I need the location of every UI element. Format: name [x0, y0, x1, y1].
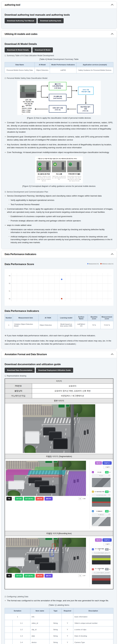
caret-right-icon[interactable]: ›	[88, 562, 88, 564]
download-utilization-guide-button[interactable]: Download Deployment Utilization Guide	[36, 368, 73, 373]
page-input[interactable]: 11	[78, 574, 82, 577]
trash-icon[interactable]: 🗑	[109, 549, 110, 550]
configuring-labeling-subheading: 2. Configuring Labeling Data	[4, 596, 114, 598]
label-name: 21_4_오토바이탑승자	[94, 568, 104, 570]
trash-icon[interactable]: 🗑	[109, 491, 110, 492]
indicator-row[interactable]: 1 Violation Object Detection Model Objec…	[5, 321, 114, 329]
bounding-box-red[interactable]	[52, 544, 56, 550]
label-class-input[interactable]: 21_5_오토바이탑승차_정지선	[92, 552, 110, 554]
figure2-caption: [Figure 2] How to apply the classificati…	[4, 117, 114, 119]
label-paste-button[interactable]: 라벨 붙여넣기	[102, 461, 112, 465]
bullet-development-goal: Development goal: Development of AI appl…	[5, 135, 114, 142]
col-data-name: Data Name	[5, 62, 35, 67]
save-button[interactable]: 저장	[6, 574, 12, 578]
score-title: Data Performance Score	[4, 263, 34, 266]
label-status-chip[interactable]: 요청	[105, 510, 108, 512]
authoring-tool-title: authoring tool	[4, 4, 20, 6]
chevron-up-icon[interactable]	[111, 33, 114, 36]
performance-title: Data Performance Indicators	[4, 253, 36, 256]
y-axis-tick: 70	[9, 298, 10, 300]
annotation-header[interactable]: Annotation Format and Data Structure	[1, 351, 117, 358]
review-request-button[interactable]: 검수 요청	[15, 497, 23, 500]
label-class-input[interactable]: 12_자전거도로_적색	[92, 494, 110, 497]
label-thumbnail	[92, 478, 110, 487]
car	[40, 562, 56, 570]
ai-models-header[interactable]: Utilizing AI models and codes	[1, 30, 117, 38]
label-thumbnail	[92, 498, 110, 507]
annotation-title: Annotation Format and Data Structure	[4, 353, 47, 356]
plan-sub-bullet: Establishment of a business cooperation …	[9, 215, 114, 218]
label-status-chip[interactable]: 대기	[105, 568, 108, 570]
add-label-button[interactable]: + 라벨추가	[104, 466, 112, 469]
stop-line	[27, 552, 64, 553]
label-class-input[interactable]: 21_4_오토바이탑승차_신호위반	[92, 571, 110, 574]
authoring-tool-card: authoring tool Download authoring tool m…	[1, 1, 117, 29]
trash-icon[interactable]: 🗑	[109, 568, 110, 570]
label-class-input[interactable]: 02_횡단보도	[92, 513, 110, 516]
caret-right-icon[interactable]: ›	[88, 494, 88, 496]
chevron-up-icon[interactable]	[111, 4, 114, 6]
performance-header[interactable]: Data Performance Indicators	[1, 251, 117, 258]
classification-model-subheading: 2. Personal Mobile Safety Data Classific…	[4, 77, 114, 79]
figure3-column-desc: 위급상황 다수 발생하는 지역 (급커브, 내리막길, 안전 사각지대) 에 진…	[37, 176, 51, 182]
y-axis-tick: 73	[9, 275, 10, 276]
figure3-column: 📷 카메라/레이더 활용 킥보드에 장착된 카메라 또는 레이더가 전방 보행자…	[67, 160, 81, 182]
label-status-chip[interactable]: 대기	[105, 548, 108, 550]
road-sign	[45, 538, 52, 540]
label-paste-button[interactable]: 라벨 붙여넣기	[102, 538, 112, 542]
trash-icon[interactable]: 🗑	[109, 510, 110, 512]
label-status-chip[interactable]: 요청	[105, 471, 108, 474]
figure2-helmet-box: 안전모 탐지 모델 (Yolo v5)	[49, 105, 66, 112]
download-authoring-tools-button[interactable]: Download authoring tools	[38, 18, 64, 23]
bbox-labeling-tool: 저장 ⓘ 검수 요청 검수 요청 취소 전체 삭제 불량 처리 11 / 247	[5, 536, 113, 589]
download-data-documentation-button[interactable]: Download Data Documentation	[4, 368, 35, 373]
pedestrian	[77, 556, 79, 559]
label-thumbnail	[92, 575, 110, 584]
figure3-column-label: 카메라/레이더 활용	[67, 173, 81, 175]
representative-drawing-table: 이미지 PM분류 오토바이 불량상태 오토바이 정지선 위반, 오토바이 신호 …	[4, 378, 114, 589]
road-sign	[45, 461, 52, 463]
label-status-chip[interactable]: 요청	[105, 490, 108, 493]
indicators-title: Data Performance Indicators	[4, 310, 114, 312]
label-item[interactable]: ▣ 21_4_오토바이탑승자 대기 🗑 21_4_오토바이탑승차_신호위반	[91, 567, 112, 585]
download-ai-model-details-button[interactable]: Download AI Model Details	[4, 47, 31, 52]
page-input[interactable]: 11	[78, 497, 82, 500]
delete-all-button[interactable]: 전체 삭제	[36, 497, 44, 500]
page-indicator: 11 / 248	[78, 497, 86, 500]
download-authoring-manual-button[interactable]: Download Authoring Tool Manual	[4, 18, 36, 23]
label-class-input[interactable]: 03_인도	[92, 474, 110, 477]
label-copy-button[interactable]: 라벨 복사	[95, 461, 102, 465]
car	[53, 438, 68, 449]
page-indicator: 11 / 247	[78, 574, 86, 577]
authoring-download-heading: Download authoring tool manuals and auth…	[4, 14, 114, 16]
buildings	[6, 461, 27, 468]
road-sign	[66, 404, 70, 407]
download-ai-model-button[interactable]: Download AI Model	[32, 47, 53, 52]
service-icon: 💡	[38, 167, 42, 170]
delete-all-button[interactable]: 전체 삭제	[36, 574, 44, 578]
review-request-button[interactable]: 검수 요청	[15, 574, 23, 578]
bounding-box-blue[interactable]	[50, 550, 54, 556]
chevron-up-icon[interactable]	[111, 254, 114, 256]
buildings	[42, 406, 53, 415]
save-button[interactable]: 저장	[6, 497, 12, 500]
ai-model-details-heading: Download AI Model Details	[4, 42, 114, 46]
label-item[interactable]: ▣ 04_인도 요청 🗑 03_인도	[91, 470, 112, 488]
review-request-cancel-button[interactable]: 검수 요청 취소	[24, 497, 34, 500]
trash-icon[interactable]: 🗑	[109, 472, 110, 473]
add-label-button[interactable]: + 라벨추가	[104, 542, 112, 546]
note-evaluation-index: ※ Depending on the AI model evaluation i…	[4, 339, 114, 346]
performance-card: Data Performance Indicators Data Perform…	[1, 250, 117, 349]
label-item[interactable]: ▣ 21_5_오토바이탑승자 대기 🗑 21_5_오토바이탑승차_정지선	[91, 547, 112, 566]
car	[40, 485, 56, 493]
label-item[interactable]: ▣ 12_자전거도로_적색 요청 🗑 12_자전거도로_적색	[91, 490, 112, 508]
defect-process-button[interactable]: 불량 처리	[44, 497, 52, 500]
authoring-tool-header[interactable]: authoring tool	[1, 1, 117, 8]
plan-bullets: Service Development Planning: Identifyin…	[5, 194, 114, 244]
review-request-cancel-button[interactable]: 검수 요청 취소	[24, 574, 34, 578]
labeling-table-row: 1infobasic information	[5, 614, 114, 620]
defect-process-button[interactable]: 불량 처리	[44, 574, 52, 578]
label-item[interactable]: ▣ 02_횡단보도 요청 🗑 02_횡단보도	[91, 509, 112, 527]
chevron-up-icon[interactable]	[111, 354, 114, 356]
label-copy-button[interactable]: 라벨 복사	[95, 538, 102, 542]
